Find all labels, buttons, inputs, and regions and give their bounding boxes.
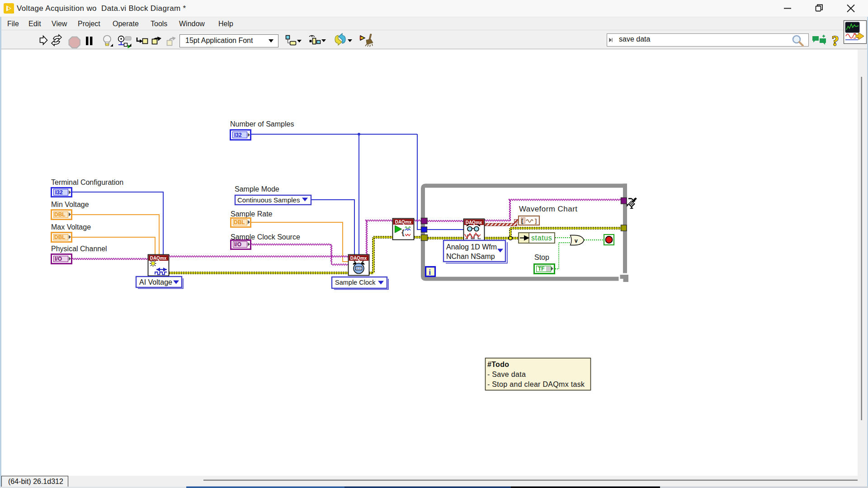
svg-text:i: i — [429, 268, 431, 276]
svg-text:?: ? — [832, 33, 839, 49]
svg-text:DBL: DBL — [54, 211, 66, 218]
svg-text:Waveform Chart: Waveform Chart — [519, 205, 577, 213]
svg-text:DAQmx: DAQmx — [395, 220, 412, 225]
svg-text:I32: I32 — [234, 132, 242, 138]
svg-text:NChan NSamp: NChan NSamp — [446, 253, 495, 260]
svg-text:Sample Clock: Sample Clock — [335, 279, 376, 286]
svg-text:I32: I32 — [55, 189, 63, 196]
svg-text:Physical Channel: Physical Channel — [51, 245, 107, 253]
svg-text:DAQmx: DAQmx — [466, 220, 482, 225]
svg-text:Terminal Configuration: Terminal Configuration — [51, 178, 123, 186]
svg-text:TF: TF — [538, 266, 545, 272]
svg-text:Sample Rate: Sample Rate — [231, 210, 273, 218]
svg-text:Analog 1D Wfm: Analog 1D Wfm — [446, 243, 497, 251]
svg-text:DAQmx: DAQmx — [350, 256, 367, 261]
svg-text:[: [ — [521, 217, 524, 224]
svg-text:I/O: I/O — [55, 256, 62, 262]
svg-text:Sample Mode: Sample Mode — [235, 185, 279, 193]
svg-text:AI Voltage: AI Voltage — [139, 278, 172, 286]
svg-text:v: v — [575, 238, 578, 244]
svg-text:Stop: Stop — [534, 253, 549, 261]
svg-text:Number of Samples: Number of Samples — [230, 120, 294, 128]
svg-text:Continuous Samples: Continuous Samples — [237, 196, 300, 204]
svg-text:I/O: I/O — [234, 241, 241, 248]
svg-text:Max Voltage: Max Voltage — [51, 223, 91, 231]
svg-text:]: ] — [535, 217, 537, 224]
svg-text:DAQmx: DAQmx — [150, 256, 167, 261]
svg-text:#Todo: #Todo — [487, 361, 509, 368]
svg-text:DBL: DBL — [54, 234, 66, 240]
svg-text:DBL: DBL — [234, 219, 245, 225]
svg-text:- Stop and clear DAQmx task: - Stop and clear DAQmx task — [487, 380, 585, 388]
svg-text:- Save data: - Save data — [487, 371, 526, 378]
svg-text:Min Voltage: Min Voltage — [51, 201, 89, 208]
svg-text:status: status — [531, 234, 552, 242]
svg-text:{: { — [401, 228, 405, 237]
